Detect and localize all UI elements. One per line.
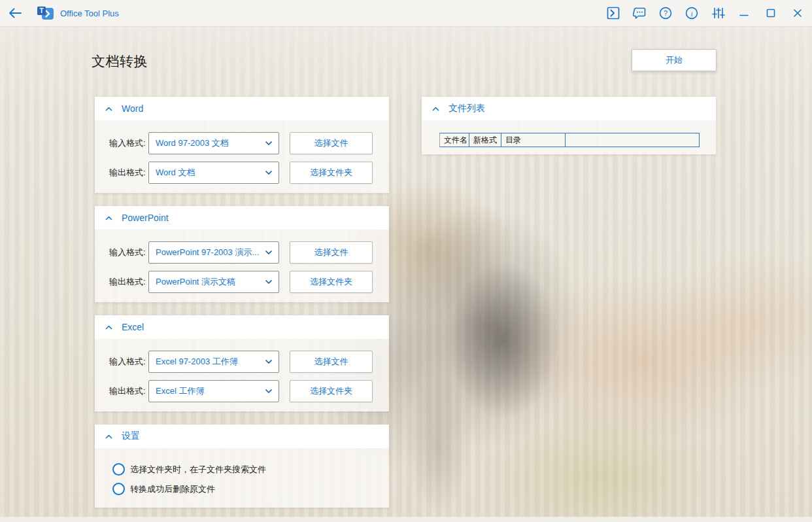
- back-button[interactable]: [8, 7, 22, 20]
- chevron-up-icon: [105, 434, 112, 439]
- chevron-down-icon: [265, 141, 272, 145]
- powerpoint-panel: PowerPoint 输入格式: PowerPoint 97-2003 演示..…: [95, 206, 389, 302]
- excel-output-format-dropdown[interactable]: Excel 工作簿: [148, 380, 279, 402]
- word-input-format-value: Word 97-2003 文档: [156, 137, 265, 149]
- excel-select-folder-button[interactable]: 选择文件夹: [290, 380, 373, 402]
- excel-section-title: Excel: [122, 322, 144, 332]
- console-button[interactable]: [606, 6, 620, 20]
- powerpoint-output-format-dropdown[interactable]: PowerPoint 演示文稿: [148, 271, 279, 293]
- chevron-up-icon: [105, 216, 112, 220]
- back-icon: [8, 7, 22, 19]
- chevron-down-icon: [265, 280, 272, 284]
- feedback-icon: [633, 7, 647, 20]
- about-button[interactable]: i: [685, 6, 699, 20]
- start-button[interactable]: 开始: [632, 49, 717, 71]
- output-format-label: 输出格式:: [109, 385, 148, 397]
- settings-sliders-icon: [711, 7, 725, 20]
- powerpoint-section-title: PowerPoint: [122, 213, 169, 223]
- excel-panel: Excel 输入格式: Excel 97-2003 工作簿 选择文件 输出格式:…: [95, 315, 389, 411]
- powerpoint-section-header[interactable]: PowerPoint: [95, 206, 389, 230]
- titlebar: T Office Tool Plus ? i: [0, 0, 812, 27]
- input-format-label: 输入格式:: [109, 137, 148, 149]
- output-format-label: 输出格式:: [109, 276, 148, 288]
- page-title: 文档转换: [92, 52, 148, 71]
- powerpoint-output-format-value: PowerPoint 演示文稿: [156, 276, 265, 288]
- info-icon: i: [685, 7, 698, 20]
- output-format-label: 输出格式:: [109, 167, 148, 179]
- help-button[interactable]: ?: [658, 6, 673, 20]
- console-icon: [607, 7, 620, 20]
- feedback-button[interactable]: [632, 6, 647, 20]
- settings-button[interactable]: [711, 6, 725, 20]
- excel-select-file-button[interactable]: 选择文件: [290, 351, 373, 373]
- word-panel: Word 输入格式: Word 97-2003 文档 选择文件 输出格式: Wo…: [95, 97, 389, 193]
- option-search-subfolders-label: 选择文件夹时，在子文件夹搜索文件: [130, 464, 266, 476]
- settings-section-header[interactable]: 设置: [95, 425, 389, 448]
- chevron-down-icon: [265, 360, 272, 364]
- chevron-up-icon: [432, 107, 439, 111]
- powerpoint-input-format-dropdown[interactable]: PowerPoint 97-2003 演示...: [148, 241, 279, 264]
- settings-section-title: 设置: [122, 430, 140, 442]
- svg-text:?: ?: [664, 9, 668, 17]
- file-list-panel: 文件列表 文件名 新格式 目录: [422, 97, 716, 154]
- radio-unchecked-icon[interactable]: [112, 483, 125, 495]
- word-input-format-dropdown[interactable]: Word 97-2003 文档: [148, 132, 279, 154]
- radio-unchecked-icon[interactable]: [112, 463, 125, 476]
- option-delete-original-label: 转换成功后删除原文件: [130, 483, 215, 495]
- excel-section-header[interactable]: Excel: [95, 315, 389, 339]
- chevron-up-icon: [105, 325, 112, 330]
- chevron-down-icon: [265, 251, 272, 254]
- input-format-label: 输入格式:: [109, 356, 148, 368]
- powerpoint-input-format-value: PowerPoint 97-2003 演示...: [156, 247, 265, 258]
- powerpoint-select-folder-button[interactable]: 选择文件夹: [290, 271, 373, 293]
- word-output-format-dropdown[interactable]: Word 文档: [148, 162, 279, 184]
- file-list-section-title: 文件列表: [448, 103, 485, 114]
- word-select-file-button[interactable]: 选择文件: [290, 132, 373, 154]
- word-section-header[interactable]: Word: [95, 97, 389, 120]
- chevron-down-icon: [265, 171, 272, 175]
- powerpoint-select-file-button[interactable]: 选择文件: [290, 241, 373, 264]
- option-search-subfolders[interactable]: 选择文件夹时，在子文件夹搜索文件: [112, 463, 389, 476]
- excel-output-format-value: Excel 工作簿: [156, 385, 265, 397]
- settings-panel: 设置 选择文件夹时，在子文件夹搜索文件 转换成功后删除原文件: [95, 425, 389, 508]
- close-icon: [792, 7, 804, 19]
- maximize-button[interactable]: [764, 6, 778, 20]
- app-title: Office Tool Plus: [60, 9, 119, 18]
- column-header-new-format[interactable]: 新格式: [469, 133, 501, 147]
- chevron-up-icon: [105, 107, 112, 111]
- chevron-down-icon: [265, 389, 272, 393]
- maximize-icon: [765, 7, 777, 19]
- app-logo-icon: T: [37, 5, 54, 21]
- file-list-section-header[interactable]: 文件列表: [422, 97, 716, 120]
- minimize-icon: [738, 7, 750, 19]
- excel-input-format-value: Excel 97-2003 工作簿: [156, 356, 265, 368]
- close-button[interactable]: [790, 6, 805, 20]
- option-delete-original[interactable]: 转换成功后删除原文件: [112, 483, 389, 495]
- horizontal-scrollbar-track[interactable]: [0, 517, 812, 522]
- file-list-table-header: 文件名 新格式 目录: [439, 133, 700, 147]
- word-select-folder-button[interactable]: 选择文件夹: [290, 162, 373, 184]
- minimize-button[interactable]: [737, 6, 751, 20]
- column-header-filler: [566, 133, 699, 147]
- word-section-title: Word: [122, 103, 143, 114]
- word-output-format-value: Word 文档: [156, 167, 265, 179]
- svg-text:T: T: [39, 7, 43, 14]
- excel-input-format-dropdown[interactable]: Excel 97-2003 工作簿: [148, 351, 279, 373]
- help-icon: ?: [659, 7, 672, 20]
- svg-text:i: i: [690, 10, 692, 18]
- input-format-label: 输入格式:: [109, 247, 148, 258]
- column-header-filename[interactable]: 文件名: [440, 133, 469, 147]
- column-header-directory[interactable]: 目录: [501, 133, 566, 147]
